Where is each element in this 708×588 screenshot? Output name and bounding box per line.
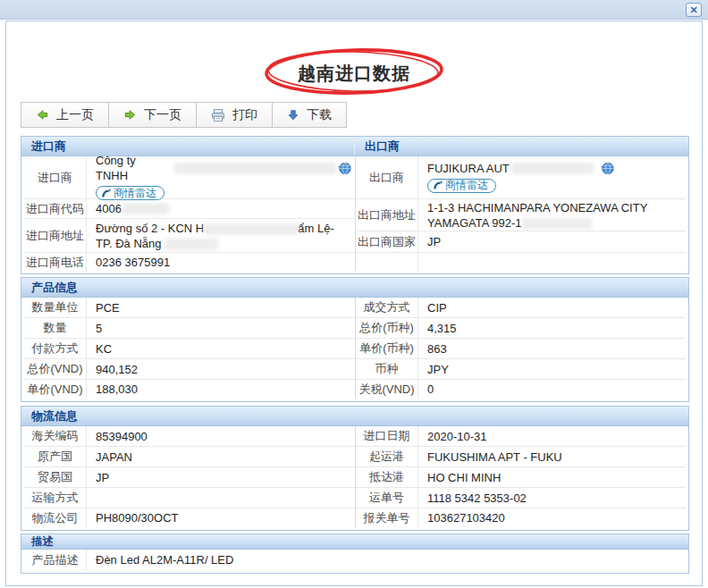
exporter-table: 出口商 FUJIKURA AUT <box>355 156 686 271</box>
row-label: 付款方式 <box>24 339 87 358</box>
radar-icon <box>433 181 442 190</box>
redacted-block <box>174 163 336 174</box>
table-row: 起运港FUKUSHIMA APT - FUKU <box>356 447 686 467</box>
table-row: 进口商电话 0236 3675991 <box>24 253 355 272</box>
redacted-block <box>511 163 594 174</box>
table-row: 单价(VND)188,030 <box>24 380 355 399</box>
exporter-radar-badge[interactable]: 商情雷达 <box>427 179 496 193</box>
redacted-block <box>522 218 592 230</box>
table-row: 抵达港HO CHI MINH <box>356 467 686 488</box>
row-label: 运输方式 <box>24 488 87 508</box>
table-row: 原产国JAPAN <box>24 447 355 467</box>
importer-address-value-2: ẩm Lệ- <box>298 222 333 235</box>
exporter-name-label: 出口商 <box>356 156 418 198</box>
product-table-left: 数量单位PCE 数量5 付款方式KC 总价(VND)940,152 单价(VND… <box>24 298 355 399</box>
row-value: JPY <box>418 360 686 379</box>
close-icon: ✕ <box>689 4 697 15</box>
row-label: 进口日期 <box>356 426 418 446</box>
table-row: 进口商代码 4006 <box>24 199 355 219</box>
importer-name-value: Công ty TNHH <box>96 153 170 183</box>
description-header-label: 描述 <box>21 534 54 549</box>
toolbar: 上一页 下一页 打印 下载 <box>21 102 347 128</box>
exporter-country-value: JP <box>418 232 686 251</box>
print-label: 打印 <box>232 107 257 123</box>
row-value: PH8090/30OCT <box>87 508 355 527</box>
row-value: JP <box>87 468 355 487</box>
download-arrow-icon <box>287 109 299 122</box>
table-row: 付款方式KC <box>24 339 355 359</box>
logistics-header: 物流信息 <box>21 407 688 426</box>
logistics-table-left: 海关编码85394900 原产国JAPAN 贸易国JP 运输方式 物流公司PH8… <box>24 426 355 527</box>
row-value: 4,315 <box>418 319 686 338</box>
row-value: 863 <box>418 340 686 358</box>
section-description: 描述 产品描述 Đèn Led AL2M-A11R/ LED <box>21 533 689 574</box>
table-row <box>356 253 686 271</box>
row-value: 1118 5342 5353-02 <box>418 489 686 508</box>
row-value: HO CHI MINH <box>418 468 686 487</box>
importer-phone-value: 0236 3675991 <box>87 253 355 272</box>
product-header: 产品信息 <box>21 278 688 298</box>
arrow-left-icon <box>36 108 49 122</box>
table-row: 出口商地址 1-1-3 HACHIMANPARA YONEZAWA CITY Y… <box>356 199 686 231</box>
empty-label <box>356 253 418 271</box>
table-row: 总价(币种)4,315 <box>356 318 686 339</box>
download-button[interactable]: 下载 <box>272 102 347 128</box>
importer-table: 进口商 Công ty TNHH <box>24 156 355 271</box>
row-value: PCE <box>87 298 355 317</box>
description-table: 产品描述 Đèn Led AL2M-A11R/ LED <box>24 550 686 570</box>
table-row: 出口商 FUJIKURA AUT <box>356 156 686 199</box>
row-label: 原产国 <box>24 447 87 466</box>
row-label: 数量 <box>24 318 87 338</box>
row-value: 0 <box>418 380 686 399</box>
importer-radar-badge[interactable]: 商情雷达 <box>96 186 164 200</box>
row-label: 数量单位 <box>24 298 87 317</box>
table-row: 物流公司PH8090/30OCT <box>24 508 355 527</box>
globe-icon[interactable] <box>599 161 614 176</box>
empty-value <box>418 260 686 264</box>
row-label: 贸易国 <box>24 467 87 487</box>
table-row: 报关单号103627103420 <box>356 508 686 527</box>
close-button[interactable]: ✕ <box>686 3 702 17</box>
importer-address-value-1: Đường số 2 - KCN H <box>96 222 204 235</box>
table-row: 成交方式CIP <box>356 298 686 318</box>
row-value: 188,030 <box>87 380 355 399</box>
row-value: 103627103420 <box>418 508 686 527</box>
page-title-block: 越南进口数据 <box>260 46 448 97</box>
row-label: 抵达港 <box>356 467 418 487</box>
table-row: 运单号1118 5342 5353-02 <box>356 488 686 508</box>
table-row: 贸易国JP <box>24 467 355 488</box>
row-label: 币种 <box>356 359 418 379</box>
row-value: JAPAN <box>87 448 355 466</box>
print-button[interactable]: 打印 <box>196 102 273 128</box>
table-row: 运输方式 <box>24 488 355 508</box>
table-row: 进口日期2020-10-31 <box>356 426 686 447</box>
next-page-label: 下一页 <box>144 107 181 123</box>
table-row: 数量5 <box>24 318 355 339</box>
importer-code-label: 进口商代码 <box>24 199 87 218</box>
row-value: 5 <box>87 319 355 338</box>
importer-address-label: 进口商地址 <box>24 219 87 252</box>
prev-page-button[interactable]: 上一页 <box>21 102 109 128</box>
section-logistics: 物流信息 海关编码85394900 原产国JAPAN 贸易国JP 运输方式 物流… <box>21 406 689 531</box>
table-row: 产品描述 Đèn Led AL2M-A11R/ LED <box>24 550 686 570</box>
importer-code-value: 4006 <box>96 201 122 216</box>
globe-icon[interactable] <box>336 161 351 176</box>
description-value: Đèn Led AL2M-A11R/ LED <box>87 550 686 569</box>
next-page-button[interactable]: 下一页 <box>108 102 197 128</box>
row-label: 海关编码 <box>24 426 87 446</box>
table-row: 关税(VND)0 <box>356 380 686 399</box>
import-record-dialog: 越南进口数据 上一页 下一页 打印 下载 进口商 出口商 <box>5 21 703 586</box>
row-label: 运单号 <box>356 488 418 508</box>
row-value: 2020-10-31 <box>418 427 686 446</box>
description-label: 产品描述 <box>24 550 87 570</box>
radar-icon <box>101 189 111 198</box>
exporter-address-label: 出口商地址 <box>356 199 418 231</box>
exporter-header: 出口商 <box>355 137 688 155</box>
table-row: 海关编码85394900 <box>24 426 355 447</box>
download-label: 下载 <box>307 107 332 123</box>
product-header-label: 产品信息 <box>21 278 78 297</box>
row-label: 单价(币种) <box>356 339 418 358</box>
section-parties: 进口商 出口商 进口商 Công ty TNHH <box>21 136 689 274</box>
row-value: 940,152 <box>87 360 355 379</box>
row-value: CIP <box>418 298 686 317</box>
